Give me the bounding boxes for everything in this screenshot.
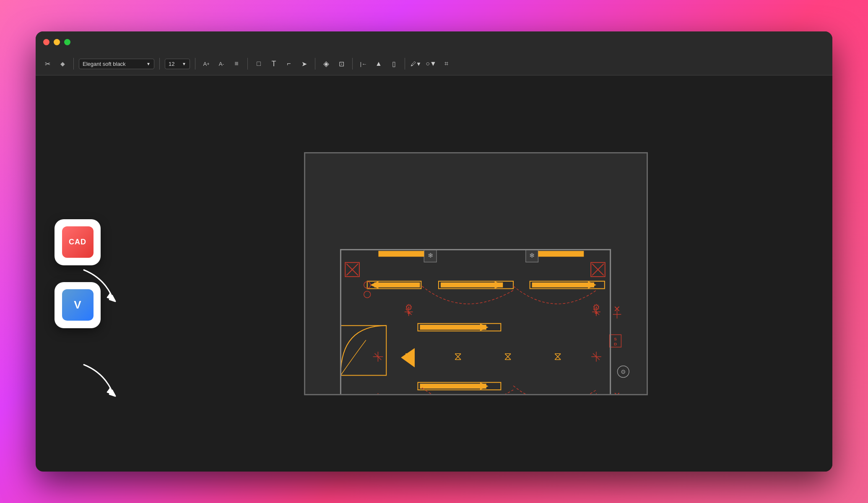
cad-diagram-area: ❄ ❄	[120, 75, 832, 472]
split-rect-icon[interactable]: ▯	[388, 58, 400, 70]
arrow-2	[80, 360, 130, 402]
frame-icon[interactable]: ⊡	[335, 58, 347, 70]
svg-text:❄: ❄	[428, 252, 433, 259]
align-left-icon[interactable]: |←	[358, 58, 369, 70]
left-panel: CAD V	[36, 75, 120, 472]
svg-text:⧖: ⧖	[454, 350, 462, 362]
svg-text:✕: ✕	[613, 390, 621, 394]
toolbar-divider-5	[315, 58, 315, 70]
svg-text:⧖: ⧖	[554, 350, 561, 362]
svg-rect-15	[374, 282, 420, 287]
text-icon[interactable]: T	[268, 58, 280, 70]
cad-icon-inner: CAD	[62, 226, 94, 258]
triangle-icon[interactable]: ▲	[373, 58, 385, 70]
svg-text:S: S	[614, 337, 617, 341]
angle-icon[interactable]: ⌐	[283, 58, 295, 70]
close-button[interactable]	[43, 39, 49, 45]
font-size-up-icon[interactable]: A+	[200, 58, 212, 70]
arrow-1	[80, 266, 130, 308]
svg-rect-3	[378, 251, 424, 257]
dropdown-arrow-icon: ▼	[146, 62, 151, 66]
minimize-button[interactable]	[54, 39, 60, 45]
svg-rect-21	[532, 282, 594, 287]
svg-rect-40	[420, 324, 486, 329]
main-content: CAD V	[36, 75, 832, 472]
align-icon[interactable]: ≡	[231, 58, 242, 70]
svg-rect-60	[420, 384, 486, 389]
toolbar-divider-7	[405, 58, 405, 70]
layers-icon[interactable]: ◈	[320, 58, 332, 70]
svg-rect-18	[441, 282, 503, 287]
title-bar	[36, 31, 832, 52]
crop-icon[interactable]: ⌗	[440, 58, 452, 70]
svg-text:D: D	[614, 342, 617, 346]
font-size-dropdown[interactable]: 12 ▼	[165, 59, 190, 69]
size-dropdown-arrow-icon: ▼	[182, 62, 186, 66]
cad-app-icon[interactable]: CAD	[55, 219, 101, 265]
toolbar-divider-6	[352, 58, 353, 70]
scissors-icon[interactable]: ✂	[42, 58, 53, 70]
cursor-icon[interactable]: ➤	[298, 58, 310, 70]
font-size-down-icon[interactable]: A-	[216, 58, 227, 70]
toolbar-divider-3	[195, 58, 195, 70]
font-name-dropdown[interactable]: Elegant soft black ▼	[79, 59, 154, 69]
fill-color-icon[interactable]: 🖊▼	[410, 58, 422, 70]
toolbar-divider-1	[73, 58, 74, 70]
toolbar-divider-2	[159, 58, 160, 70]
circle-icon[interactable]: ○▼	[425, 58, 437, 70]
toolbar: ✂ ◆ Elegant soft black ▼ 12 ▼ A+ A- ≡ □ …	[36, 52, 832, 75]
toolbar-divider-4	[247, 58, 248, 70]
diamond-icon[interactable]: ◆	[57, 58, 68, 70]
svg-rect-6	[538, 251, 584, 257]
maximize-button[interactable]	[64, 39, 70, 45]
diagram-svg: ❄ ❄	[305, 153, 647, 394]
diagram-canvas[interactable]: ❄ ❄	[304, 152, 648, 395]
svg-text:⚙: ⚙	[621, 368, 626, 375]
svg-text:❄: ❄	[529, 252, 535, 259]
svg-text:⧖: ⧖	[504, 350, 512, 362]
main-window: ✂ ◆ Elegant soft black ▼ 12 ▼ A+ A- ≡ □ …	[36, 31, 832, 472]
svg-text:⧖: ⧖	[405, 350, 412, 362]
rect-draw-icon[interactable]: □	[253, 58, 265, 70]
